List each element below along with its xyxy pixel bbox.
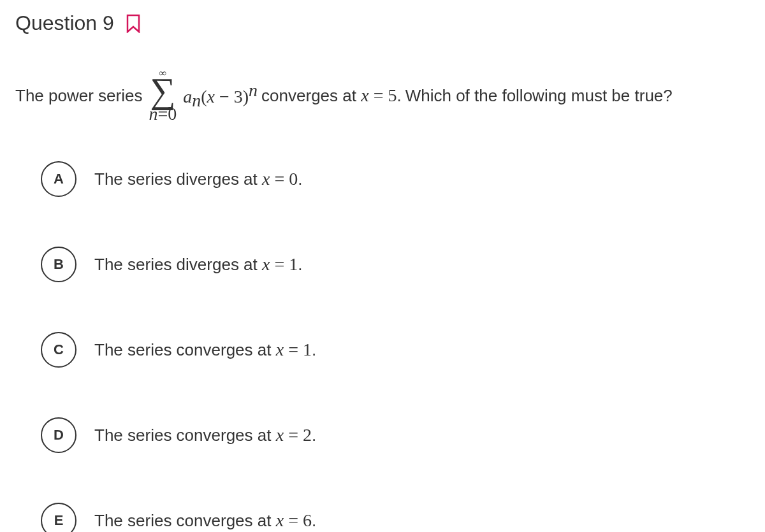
answer-text: The series converges at x = 6.: [94, 510, 316, 531]
answer-option-b[interactable]: B The series diverges at x = 1.: [41, 247, 750, 282]
bookmark-icon[interactable]: [126, 14, 141, 33]
stem-prefix: The power series: [15, 84, 142, 107]
answer-text: The series diverges at x = 1.: [94, 254, 302, 275]
answer-text: The series converges at x = 2.: [94, 425, 316, 445]
stem-suffix: Which of the following must be true?: [405, 84, 673, 107]
answer-text: The series diverges at x = 0.: [94, 169, 302, 189]
answer-letter-circle[interactable]: C: [41, 332, 76, 368]
answer-letter-circle[interactable]: A: [41, 161, 76, 197]
answer-letter-circle[interactable]: E: [41, 503, 76, 532]
answer-list: A The series diverges at x = 0. B The se…: [15, 161, 750, 532]
answer-text: The series converges at x = 1.: [94, 340, 316, 360]
sigma-main: ∑: [150, 76, 175, 106]
answer-letter-circle[interactable]: D: [41, 417, 76, 453]
answer-option-c[interactable]: C The series converges at x = 1.: [41, 332, 750, 368]
answer-option-d[interactable]: D The series converges at x = 2.: [41, 417, 750, 453]
sigma-symbol: ∞ ∑ n=0: [149, 68, 177, 123]
series-term: an(x − 3)n: [183, 78, 258, 113]
sigma-lower: n=0: [149, 105, 177, 123]
question-header: Question 9: [15, 11, 750, 35]
stem-mid: converges at x = 5.: [261, 83, 402, 108]
answer-letter-circle[interactable]: B: [41, 247, 76, 282]
answer-option-a[interactable]: A The series diverges at x = 0.: [41, 161, 750, 197]
question-title: Question 9: [15, 11, 114, 35]
question-stem: The power series ∞ ∑ n=0 an(x − 3)n conv…: [15, 68, 750, 123]
answer-option-e[interactable]: E The series converges at x = 6.: [41, 503, 750, 532]
